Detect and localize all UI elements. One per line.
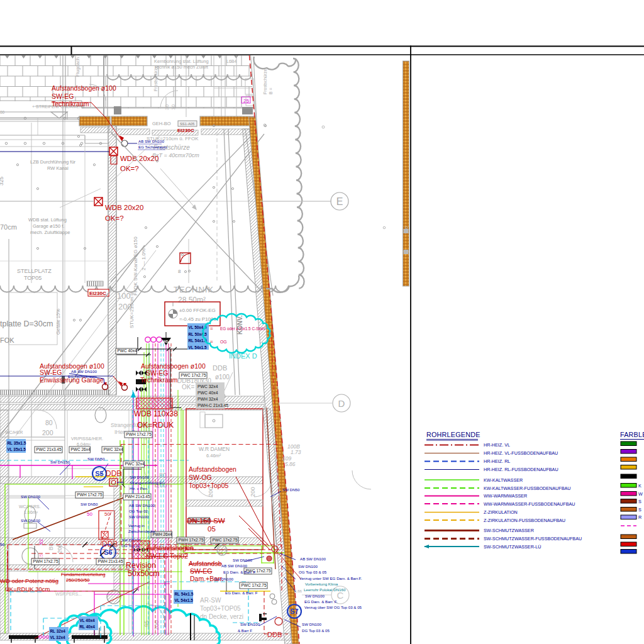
svg-text:DDB: DDB bbox=[213, 364, 227, 372]
svg-text:8: 8 bbox=[178, 269, 181, 274]
svg-text:Frostschürze: Frostschürze bbox=[263, 69, 267, 94]
svg-text:Technikraum: Technikraum bbox=[52, 100, 89, 108]
svg-text:OK=RDUK: OK=RDUK bbox=[137, 421, 174, 430]
svg-text:SW DN50: SW DN50 bbox=[80, 502, 98, 506]
svg-text:LZB Durchführung für: LZB Durchführung für bbox=[30, 159, 76, 165]
svg-text:AB SW DN100: AB SW DN100 bbox=[300, 557, 326, 561]
svg-text:R: R bbox=[638, 514, 641, 520]
svg-text:VL 40x4: VL 40x4 bbox=[80, 618, 95, 623]
svg-text:KW-KALTWASSER-FUSSBODENAUFBAU: KW-KALTWASSER-FUSSBODENAUFBAU bbox=[484, 486, 570, 491]
svg-text:EG Dam. & Barr. F: EG Dam. & Barr. F bbox=[225, 591, 258, 595]
svg-text:SW-EG Top02: SW-EG Top02 bbox=[146, 552, 188, 560]
svg-text:SW-EG: SW-EG bbox=[40, 369, 62, 376]
svg-text:TECHNIK: TECHNIK bbox=[174, 285, 214, 294]
svg-text:OG Top 03 & 05: OG Top 03 & 05 bbox=[299, 570, 327, 574]
svg-text:FARBLEGENDE: FARBLEGENDE bbox=[620, 431, 644, 438]
svg-text:Dam.+Barr.: Dam.+Barr. bbox=[190, 575, 223, 582]
svg-text:RL 50x4.5: RL 50x4.5 bbox=[189, 332, 208, 336]
svg-text:RL 40x4: RL 40x4 bbox=[80, 625, 96, 629]
svg-text:W.R DAMEN: W.R DAMEN bbox=[199, 446, 230, 452]
svg-text:mech. Zuluftklappe: mech. Zuluftklappe bbox=[30, 230, 70, 235]
svg-text:Fundamentverteilung: Fundamentverteilung bbox=[61, 572, 105, 577]
svg-text:TOP05: TOP05 bbox=[24, 275, 42, 281]
svg-text:SW DN100: SW DN100 bbox=[305, 594, 325, 598]
svg-text:80: 80 bbox=[159, 472, 167, 479]
svg-text:DDB: DDB bbox=[267, 631, 282, 638]
svg-text:DN 150 SW: DN 150 SW bbox=[187, 517, 225, 525]
svg-text:WW-WARMWASSER: WW-WARMWASSER bbox=[484, 493, 527, 499]
svg-text:L6B4: L6B4 bbox=[226, 59, 236, 64]
svg-text:SW DN100: SW DN100 bbox=[21, 494, 41, 499]
svg-text:HR-HEIZ. VL: HR-HEIZ. VL bbox=[484, 442, 510, 448]
svg-text:=: = bbox=[210, 326, 213, 331]
svg-text:PWH 21x3.45: PWH 21x3.45 bbox=[98, 559, 123, 564]
svg-text:10: 10 bbox=[170, 104, 176, 110]
svg-text:Aufstandsbogen: Aufstandsbogen bbox=[189, 465, 236, 473]
svg-text:AB SW DN100: AB SW DN100 bbox=[129, 503, 155, 508]
svg-text:PWC 32x4: PWC 32x4 bbox=[104, 447, 123, 452]
svg-text:PWH 17x2.75: PWH 17x2.75 bbox=[33, 559, 58, 564]
svg-text:RW Kanal: RW Kanal bbox=[47, 165, 69, 171]
svg-text:Gefälle 15%: Gefälle 15% bbox=[55, 309, 61, 335]
svg-text:OK=?: OK=? bbox=[120, 165, 139, 172]
svg-text:PWH 17x2.75: PWH 17x2.75 bbox=[179, 538, 204, 542]
svg-text:W: W bbox=[638, 491, 643, 497]
svg-text:AR-SW: AR-SW bbox=[200, 597, 221, 604]
svg-text:SW-OG: SW-OG bbox=[189, 474, 212, 481]
svg-text:B =: B = bbox=[269, 87, 273, 94]
svg-text:OG: OG bbox=[220, 340, 227, 344]
svg-text:EG Dam. & Barr. F.: EG Dam. & Barr. F. bbox=[304, 599, 338, 604]
svg-text:WC/HER: WC/HER bbox=[5, 430, 23, 435]
svg-text:KONV.: KONV. bbox=[236, 315, 243, 335]
svg-text:ROHRLEGENDE: ROHRLEGENDE bbox=[426, 431, 480, 438]
svg-text:2 — 1.0%: 2 — 1.0% bbox=[141, 248, 147, 270]
svg-text:WDB 20x20: WDB 20x20 bbox=[105, 204, 143, 211]
svg-text:Aufstandsbogen ø100: Aufstandsbogen ø100 bbox=[52, 84, 116, 92]
svg-text:BxT = 40cmx70cm: BxT = 40cmx70cm bbox=[152, 152, 199, 158]
svg-text:Z-ZIRKULATION: Z-ZIRKULATION bbox=[484, 509, 518, 515]
svg-text:VL 54x1.5: VL 54x1.5 bbox=[189, 345, 207, 350]
svg-text:PWC 40x4: PWC 40x4 bbox=[197, 391, 218, 395]
svg-text:SW DN100: SW DN100 bbox=[302, 622, 322, 626]
svg-text:Htr. + Pen.: Htr. + Pen. bbox=[130, 486, 148, 491]
svg-text:Aufstandsbogen: Aufstandsbogen bbox=[146, 544, 194, 552]
svg-text:OG Top 02: OG Top 02 bbox=[129, 509, 148, 513]
svg-text:200: 200 bbox=[153, 620, 160, 630]
svg-text:EI230C: EI230C bbox=[89, 291, 106, 296]
svg-text:Strangentlüftung EG: Strangentlüftung EG bbox=[130, 480, 165, 485]
svg-text:PWC 17x2.75: PWC 17x2.75 bbox=[242, 583, 267, 587]
svg-text:50: 50 bbox=[87, 511, 92, 517]
svg-text:EI230C: EI230C bbox=[177, 128, 194, 133]
svg-text:BU: BU bbox=[48, 542, 54, 550]
svg-text:325: 325 bbox=[0, 177, 4, 186]
svg-text:PWC 32x4: PWC 32x4 bbox=[125, 462, 145, 466]
svg-text:00: 00 bbox=[0, 110, 5, 114]
svg-text:HR-HEIZ. RL-FUSSBODENAUFBAU: HR-HEIZ. RL-FUSSBODENAUFBAU bbox=[484, 467, 558, 472]
svg-text:RL 35x1.5: RL 35x1.5 bbox=[8, 441, 26, 445]
svg-text:S: S bbox=[638, 507, 641, 513]
svg-text:WDB stat. Lüftung: WDB stat. Lüftung bbox=[28, 217, 67, 223]
svg-text:& Barr F: & Barr F bbox=[238, 628, 252, 633]
svg-text:E: E bbox=[336, 196, 343, 207]
svg-text:WSP.PERS...: WSP.PERS... bbox=[55, 592, 82, 596]
svg-text:5.86: 5.86 bbox=[285, 461, 296, 467]
svg-text:VL 35x1.5: VL 35x1.5 bbox=[8, 447, 26, 452]
svg-text:200: 200 bbox=[249, 487, 256, 497]
svg-text:OK=?: OK=? bbox=[105, 214, 124, 222]
svg-text:SW-SCHMUTZWASSER-FUSSBODENAUFB: SW-SCHMUTZWASSER-FUSSBODENAUFBAU bbox=[484, 536, 582, 541]
svg-text:PWH 26x4: PWH 26x4 bbox=[153, 532, 172, 536]
svg-text:FFOK SW-Kanal EG ø150: FFOK SW-Kanal EG ø150 bbox=[133, 236, 138, 296]
svg-text:WDB 20x20: WDB 20x20 bbox=[120, 155, 158, 162]
svg-text:Top03+Top05: Top03+Top05 bbox=[189, 482, 229, 489]
svg-text:PWH 17x2.75: PWH 17x2.75 bbox=[77, 492, 103, 497]
svg-text:1.73: 1.73 bbox=[291, 449, 301, 455]
svg-text:OK=: OK= bbox=[182, 384, 194, 391]
svg-text:SW DN100: SW DN100 bbox=[130, 475, 150, 479]
svg-text:PWC 32x4: PWC 32x4 bbox=[197, 384, 218, 389]
svg-text:WDB 110x38: WDB 110x38 bbox=[134, 409, 178, 418]
svg-text:PWH-C 21x3.45: PWH-C 21x3.45 bbox=[197, 403, 228, 408]
svg-text:SW-SCHMUTZWASSER: SW-SCHMUTZWASSER bbox=[484, 528, 534, 533]
svg-text:Verzug unter SW EG Dam. & Barr: Verzug unter SW EG Dam. & Barr.F. bbox=[299, 576, 362, 580]
svg-text:FOK: FOK bbox=[0, 336, 14, 344]
svg-text:SW DN100: SW DN100 bbox=[240, 622, 260, 626]
